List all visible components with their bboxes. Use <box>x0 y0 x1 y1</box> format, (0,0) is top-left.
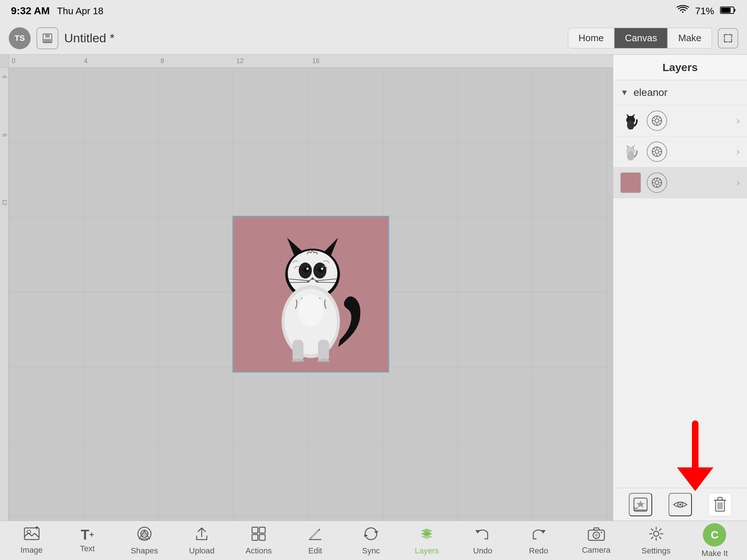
tool-actions[interactable]: Actions <box>240 523 278 559</box>
status-time: 9:32 AM <box>11 5 50 17</box>
edit-label: Edit <box>308 546 322 556</box>
canvas-button[interactable]: Canvas <box>614 28 667 48</box>
layer-visibility-btn[interactable] <box>647 110 667 131</box>
image-label: Image <box>20 545 43 555</box>
layer-color-swatch <box>620 172 641 193</box>
design-canvas[interactable] <box>9 68 613 521</box>
battery-icon <box>720 6 736 16</box>
svg-rect-2 <box>734 9 735 12</box>
svg-point-31 <box>627 120 634 129</box>
svg-point-14 <box>306 268 309 270</box>
svg-marker-93 <box>541 530 546 533</box>
makeit-label: Make It <box>701 549 728 558</box>
svg-line-62 <box>654 179 655 181</box>
tool-layers[interactable]: Layers <box>409 523 445 559</box>
tool-makeit[interactable]: C Make It <box>696 520 734 560</box>
svg-point-51 <box>655 150 659 153</box>
svg-marker-9 <box>324 238 338 256</box>
undo-icon <box>475 526 491 544</box>
actions-label: Actions <box>245 546 272 556</box>
layers-label: Layers <box>415 546 439 556</box>
layers-header: Layers <box>613 55 747 80</box>
ruler-vertical: 4 8 12 <box>0 68 9 521</box>
status-right: 71% <box>676 5 736 17</box>
tool-sync[interactable]: Sync <box>353 523 389 559</box>
svg-rect-4 <box>45 34 50 38</box>
svg-point-70 <box>679 503 681 506</box>
status-left: 9:32 AM Thu Apr 18 <box>11 5 104 17</box>
svg-point-12 <box>303 267 309 273</box>
svg-rect-83 <box>252 527 258 533</box>
svg-rect-25 <box>318 340 329 362</box>
shapes-icon <box>136 526 152 544</box>
text-icon: T+ <box>81 528 94 542</box>
svg-line-65 <box>654 184 655 186</box>
tool-upload[interactable]: Upload <box>183 523 220 559</box>
tool-image[interactable]: Image <box>13 524 50 558</box>
svg-line-39 <box>659 122 660 124</box>
svg-point-98 <box>595 534 598 537</box>
svg-point-45 <box>627 151 634 160</box>
tool-undo[interactable]: Undo <box>464 523 501 559</box>
status-date: Thu Apr 18 <box>57 5 103 17</box>
svg-line-20 <box>316 282 336 283</box>
ruler-horizontal: 0 4 8 12 16 <box>0 55 613 68</box>
home-button[interactable]: Home <box>568 28 614 48</box>
tool-text[interactable]: T+ Text <box>69 525 106 556</box>
group-name: eleanor <box>634 87 667 98</box>
layers-scroll[interactable]: ▼ eleanor <box>613 80 747 488</box>
layer-item[interactable]: › <box>613 167 747 198</box>
delete-button[interactable] <box>708 493 732 516</box>
redo-label: Redo <box>529 546 548 556</box>
svg-line-40 <box>659 117 660 119</box>
sync-icon <box>363 526 379 544</box>
tool-edit[interactable]: Edit <box>297 523 333 559</box>
svg-marker-89 <box>374 531 378 534</box>
avatar-button[interactable]: TS <box>9 27 31 49</box>
ruler-corner <box>0 55 9 68</box>
wifi-icon <box>676 5 689 17</box>
tool-redo[interactable]: Redo <box>520 523 557 559</box>
layer-item[interactable]: › <box>613 136 747 167</box>
svg-line-18 <box>289 282 309 283</box>
redo-icon <box>530 526 546 544</box>
layer-thumbnail <box>620 141 641 162</box>
settings-icon <box>648 526 664 544</box>
svg-marker-88 <box>364 534 368 537</box>
tool-shapes[interactable]: Shapes <box>125 523 164 559</box>
layer-visibility-btn[interactable] <box>647 172 667 193</box>
layers-title: Layers <box>662 61 698 74</box>
expand-button[interactable] <box>718 28 738 48</box>
design-element[interactable] <box>232 216 389 373</box>
layer-visibility-btn[interactable] <box>647 141 667 162</box>
tool-settings[interactable]: Settings <box>636 523 677 559</box>
canvas-area <box>9 55 613 521</box>
layer-group-header[interactable]: ▼ eleanor <box>613 80 747 105</box>
make-button[interactable]: Make <box>667 28 712 48</box>
svg-line-52 <box>654 148 655 150</box>
tool-camera[interactable]: Camera <box>576 524 616 558</box>
shapes-label: Shapes <box>131 546 158 556</box>
right-panel-bottom <box>613 488 747 521</box>
layer-item[interactable]: › <box>613 105 747 136</box>
svg-line-63 <box>659 184 660 186</box>
svg-point-37 <box>655 119 659 122</box>
bottom-toolbar: Image T+ Text Shapes Upload <box>0 521 747 560</box>
svg-point-15 <box>321 268 323 270</box>
svg-line-54 <box>659 148 660 150</box>
layer-chevron-icon: › <box>736 115 740 127</box>
svg-point-13 <box>318 267 324 273</box>
svg-rect-1 <box>721 8 731 13</box>
text-label: Text <box>80 544 94 553</box>
eye-button[interactable] <box>669 493 692 516</box>
status-bar: 9:32 AM Thu Apr 18 71% <box>0 0 747 22</box>
settings-label: Settings <box>642 546 671 556</box>
svg-marker-8 <box>287 238 303 256</box>
upload-icon <box>194 526 210 544</box>
svg-point-61 <box>655 181 659 184</box>
undo-label: Undo <box>473 546 492 556</box>
layer-chevron-icon: › <box>736 146 740 158</box>
toolbar-left: TS Untitled * <box>9 27 115 49</box>
save-button[interactable] <box>36 27 58 49</box>
star-button[interactable] <box>629 493 652 516</box>
